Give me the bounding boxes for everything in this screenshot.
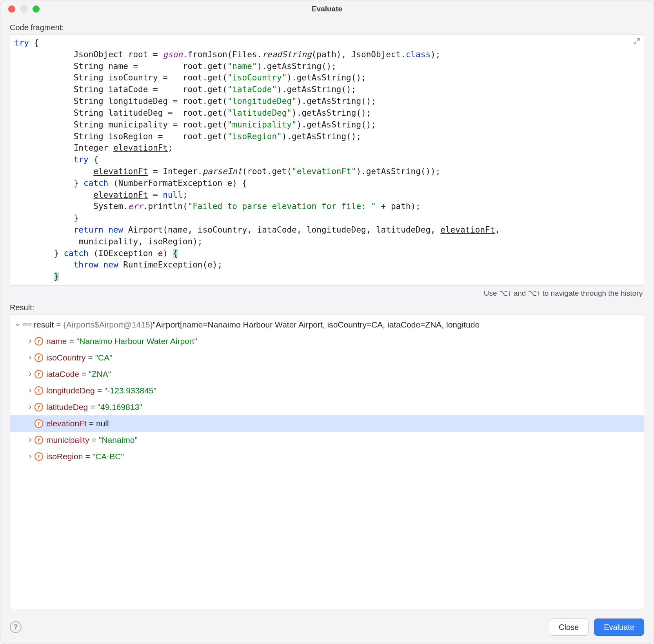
result-field-row[interactable]: flongitudeDeg = "-123.933845" <box>10 382 644 399</box>
field-name: municipality <box>46 435 89 445</box>
expand-icon[interactable] <box>634 38 640 46</box>
result-field-row[interactable]: fname = "Nanaimo Harbour Water Airport" <box>10 333 644 349</box>
history-help-text: Use ⌥↓ and ⌥↑ to navigate through the hi… <box>0 286 654 298</box>
field-name: isoRegion <box>46 452 83 461</box>
chevron-right-icon[interactable] <box>26 388 35 393</box>
field-name: name <box>46 337 67 346</box>
watch-icon: 👓 <box>22 320 31 329</box>
code-fragment-editor[interactable]: try { JsonObject root = gson.fromJson(Fi… <box>10 35 644 286</box>
field-name: longitudeDeg <box>46 386 95 395</box>
field-value: "CA" <box>95 353 113 362</box>
result-label: Result: <box>0 298 654 315</box>
result-field-row[interactable]: fisoCountry = "CA" <box>10 349 644 366</box>
window-title: Evaluate <box>0 5 654 13</box>
field-icon: f <box>35 386 43 395</box>
field-name: latitudeDeg <box>46 402 88 412</box>
chevron-right-icon[interactable] <box>26 405 35 409</box>
result-field-row[interactable]: fisoRegion = "CA-BC" <box>10 448 644 465</box>
chevron-right-icon[interactable] <box>26 339 35 344</box>
code-fragment-label: Code fragment: <box>0 18 654 35</box>
result-root-name: result <box>34 320 54 329</box>
result-field-row[interactable]: felevationFt = null <box>10 415 644 432</box>
field-icon: f <box>35 403 43 411</box>
field-value: null <box>96 419 109 428</box>
dialog-buttons: ? Close Evaluate <box>0 613 654 644</box>
result-field-row[interactable]: fmunicipality = "Nanaimo" <box>10 432 644 448</box>
code-text[interactable]: try { JsonObject root = gson.fromJson(Fi… <box>10 35 644 285</box>
field-name: elevationFt <box>46 419 87 428</box>
field-value: "49.169813" <box>98 402 142 412</box>
chevron-right-icon[interactable] <box>26 438 35 442</box>
field-name: iataCode <box>46 369 79 379</box>
result-field-row[interactable]: flatitudeDeg = "49.169813" <box>10 399 644 415</box>
field-value: "ZNA" <box>89 369 111 379</box>
field-value: "-123.933845" <box>104 386 156 395</box>
evaluate-dialog: Evaluate Code fragment: try { JsonObject… <box>0 0 654 644</box>
evaluate-button[interactable]: Evaluate <box>594 619 644 636</box>
result-field-row[interactable]: fiataCode = "ZNA" <box>10 366 644 382</box>
field-icon: f <box>35 370 43 378</box>
field-name: isoCountry <box>46 353 85 362</box>
titlebar: Evaluate <box>0 0 654 18</box>
chevron-right-icon[interactable] <box>26 372 35 377</box>
field-icon: f <box>35 452 43 461</box>
field-value: "Nanaimo" <box>99 435 138 445</box>
field-icon: f <box>35 337 43 346</box>
field-icon: f <box>35 436 43 444</box>
result-root-value: "Airport[name=Nanaimo Harbour Water Airp… <box>153 320 480 329</box>
help-icon[interactable]: ? <box>10 621 22 633</box>
field-value: "CA-BC" <box>93 452 124 461</box>
field-value: "Nanaimo Harbour Water Airport" <box>76 337 197 346</box>
chevron-down-icon[interactable] <box>13 322 22 327</box>
chevron-right-icon[interactable] <box>26 454 35 459</box>
result-root-row[interactable]: 👓result = {Airports$Airport@1415} "Airpo… <box>10 317 644 333</box>
field-icon: f <box>35 353 43 362</box>
chevron-right-icon[interactable] <box>26 355 35 360</box>
close-button[interactable]: Close <box>549 619 589 636</box>
result-root-type: {Airports$Airport@1415} <box>64 320 153 329</box>
field-icon: f <box>35 419 43 428</box>
result-tree[interactable]: 👓result = {Airports$Airport@1415} "Airpo… <box>10 315 644 609</box>
